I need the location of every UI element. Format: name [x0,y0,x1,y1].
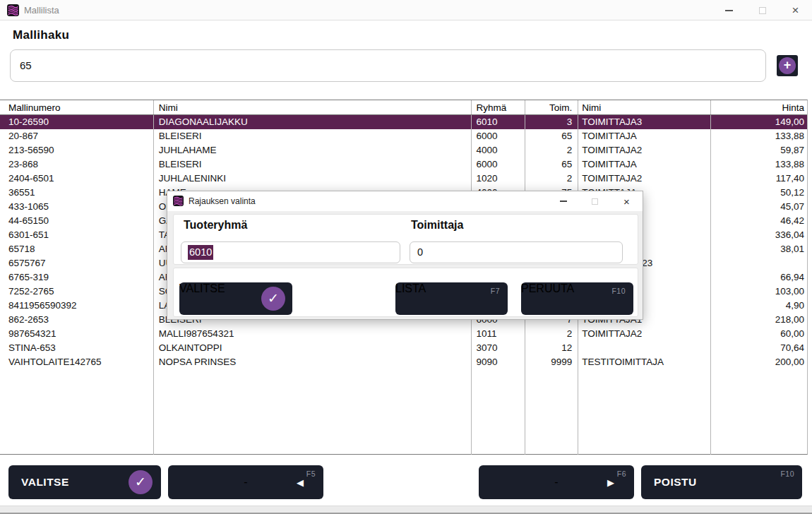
titlebar: Mallilista × [0,0,812,20]
cell-nimi: MALLI987654321 [154,327,472,341]
dialog-logo-icon [173,196,184,206]
dialog-fields-card: Tuoteryhmä Toimittaja 6010 0 [173,214,638,265]
valitse-button[interactable]: VALITSE ✓ [8,465,161,499]
column-header-mallinumero: Mallinumero [0,100,154,114]
rajauksen-valinta-dialog: Rajauksen valinta × Tuoteryhmä Toimittaj… [167,191,643,320]
table-row[interactable]: VAIHTOLAITE142765NOPSA PRINSES90909999TE… [0,355,807,369]
cell-ryhma: 6000 [472,157,525,172]
column-header-ryhma: Ryhmä [472,100,525,114]
dialog-maximize-button[interactable] [579,191,611,211]
arrow-left-icon: ◀ [297,465,304,499]
cell-hinta: 200,00 [711,355,807,369]
cell-hinta: 4,90 [711,299,807,313]
cell-empty [578,369,711,455]
poistu-fkey-hint: F10 [780,470,794,478]
cell-nimi: DIAGONAALIJAKKU [154,115,472,129]
cell-ryhma: 1020 [472,172,525,186]
cell-mallinumero: VAIHTOLAITE142765 [0,355,154,369]
cell-toimittaja_nimi [578,341,711,355]
table-row[interactable]: 10-26590DIAGONAALIJAKKU60103TOIMITTAJA31… [0,115,807,129]
cell-mallinumero: 2404-6501 [0,172,154,186]
cell-toim: 9999 [525,355,578,369]
cell-hinta: 38,01 [711,242,807,256]
dialog-valitse-button[interactable]: VALITSE ✓ [179,282,292,315]
cell-hinta: 46,42 [711,214,807,228]
poistu-button-label: POISTU [654,465,697,499]
cell-hinta: 117,40 [711,172,807,186]
cell-mallinumero: 7252-2765 [0,285,154,299]
cell-hinta: 66,94 [711,270,807,285]
search-heading: Mallihaku [13,28,69,42]
dialog-peruuta-label: PERUUTA [521,282,574,294]
cell-mallinumero: 36551 [0,186,154,200]
maximize-icon [592,198,598,205]
tuoteryhma-value-selected: 6010 [188,245,213,260]
cell-toim: 2 [525,327,578,341]
table-row[interactable]: STINA-653OLKAINTOPPI30701270,64 [0,341,807,355]
tuoteryhma-input[interactable]: 6010 [181,241,400,263]
dialog-lista-label: LISTA [395,282,426,294]
close-button[interactable]: × [779,0,812,20]
lista-fkey-hint: F7 [491,287,500,295]
cell-hinta: 218,00 [711,313,807,327]
table-row[interactable]: 20-867BLEISERI600065TOIMITTAJA133,88 [0,129,807,143]
cell-nimi: BLEISERI [154,157,472,172]
cell-toimittaja_nimi: TOIMITTAJA2 [578,172,711,186]
cell-hinta: 336,04 [711,228,807,242]
dialog-peruuta-button[interactable]: PERUUTA F10 [521,282,633,315]
maximize-icon [759,7,766,14]
cell-mallinumero: 862-2653 [0,313,154,327]
cell-toim: 65 [525,157,578,172]
cell-mallinumero: 8411956590392 [0,299,154,313]
cell-hinta: 60,00 [711,327,807,341]
table-row[interactable]: 23-868BLEISERI600065TOIMITTAJA133,88 [0,157,807,172]
toimittaja-input[interactable]: 0 [410,241,623,263]
valitse-button-label: VALITSE [21,465,69,499]
check-icon: ✓ [261,287,285,311]
dialog-title: Rajauksen valinta [189,191,256,211]
table-row[interactable]: 987654321MALLI98765432110112TOIMITTAJA26… [0,327,807,341]
cell-mallinumero: 65718 [0,242,154,256]
dialog-lista-button[interactable]: LISTA F7 [395,282,508,315]
cell-mallinumero: 433-1065 [0,200,154,214]
arrow-right-icon: ▶ [607,465,614,499]
cell-empty [472,369,525,455]
add-button[interactable]: + [777,55,798,76]
app-logo-icon [7,4,19,16]
minimize-button[interactable] [712,0,746,20]
cell-ryhma: 9090 [472,355,525,369]
dialog-buttons-card: VALITSE ✓ LISTA F7 PERUUTA F10 [173,268,638,317]
window-title: Mallilista [24,0,59,20]
cell-toim: 2 [525,172,578,186]
window-controls: × [712,0,812,20]
table-row[interactable]: 213-56590JUHLAHAME40002TOIMITTAJA259,87 [0,143,807,157]
table-filler [0,369,807,455]
column-header-nimi: Nimi [154,100,472,114]
cell-hinta: 103,00 [711,285,807,299]
prev-page-button[interactable]: - ◀ F5 [168,465,323,499]
next-page-button[interactable]: - ▶ F6 [479,465,634,499]
cell-hinta: 70,64 [711,341,807,355]
minimize-icon [725,10,733,11]
cell-toimittaja_nimi: TESTITOIMITTAJA [578,355,711,369]
cell-hinta: 50,12 [711,186,807,200]
dialog-valitse-label: VALITSE [179,282,225,294]
cell-mallinumero: 6301-651 [0,228,154,242]
table-row[interactable]: 2404-6501JUHLALENINKI10202TOIMITTAJA2117… [0,172,807,186]
dialog-close-button[interactable]: × [611,191,643,211]
cell-mallinumero: 6765-319 [0,270,154,285]
cell-mallinumero: 6575767 [0,256,154,270]
cell-hinta: 133,88 [711,129,807,143]
search-input[interactable]: 65 [10,49,766,82]
cell-ryhma: 1011 [472,327,525,341]
toimittaja-label: Toimittaja [411,219,463,232]
cell-hinta: 59,87 [711,143,807,157]
poistu-button[interactable]: POISTU F10 [641,465,802,499]
cell-ryhma: 3070 [472,341,525,355]
cell-toimittaja_nimi: TOIMITTAJA [578,129,711,143]
maximize-button[interactable] [746,0,779,20]
dialog-minimize-button[interactable] [547,191,579,211]
cell-hinta [711,256,807,270]
cell-nimi: JUHLAHAME [154,143,472,157]
cell-nimi: JUHLALENINKI [154,172,472,186]
